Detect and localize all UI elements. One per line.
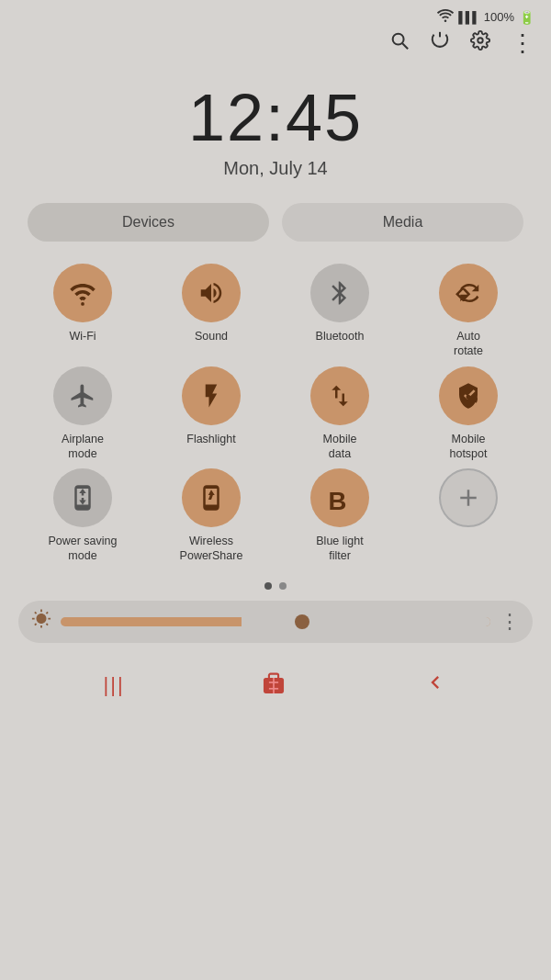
back-button[interactable] bbox=[422, 670, 448, 702]
clock-section: 12:45 Mon, July 14 bbox=[0, 65, 551, 186]
qs-bluelight-label: Blue light filter bbox=[316, 534, 363, 564]
brightness-unfilled bbox=[242, 617, 490, 626]
search-button[interactable] bbox=[389, 30, 410, 56]
qs-hotspot-label: Mobile hotspot bbox=[449, 432, 487, 462]
quick-settings-grid: Wi-Fi Sound Bluetooth Auto rotate Airpla… bbox=[0, 251, 551, 573]
svg-point-2 bbox=[478, 38, 483, 43]
qs-mobiledata-circle bbox=[310, 366, 369, 425]
wifi-status-icon bbox=[437, 9, 454, 25]
qs-flashlight-label: Flashlight bbox=[186, 432, 236, 446]
page-dots bbox=[0, 573, 551, 595]
qs-bluelight[interactable]: B Blue light filter bbox=[276, 468, 404, 564]
settings-button[interactable] bbox=[470, 30, 490, 56]
qs-hotspot-circle bbox=[439, 366, 498, 425]
qs-airplane-circle bbox=[53, 366, 112, 425]
battery-icon: 🔋 bbox=[519, 10, 534, 25]
qs-wirelesspwr[interactable]: Wireless PowerShare bbox=[147, 468, 276, 564]
home-icon bbox=[258, 676, 289, 704]
qs-add[interactable] bbox=[404, 468, 533, 564]
qs-sound-circle bbox=[182, 264, 241, 322]
more-button[interactable]: ⋮ bbox=[511, 31, 534, 55]
tabs-row: Devices Media bbox=[0, 186, 551, 251]
status-bar: ▌▌▌ 100% 🔋 bbox=[0, 0, 551, 28]
page-dot-1 bbox=[264, 582, 272, 590]
clock-time: 12:45 bbox=[0, 82, 551, 154]
tab-media[interactable]: Media bbox=[282, 203, 523, 242]
page-dot-2 bbox=[279, 582, 287, 590]
qs-autorotate-label: Auto rotate bbox=[454, 329, 483, 359]
brightness-track[interactable] bbox=[61, 617, 490, 626]
qs-flashlight[interactable]: Flashlight bbox=[147, 366, 276, 462]
top-icon-row: ⋮ bbox=[0, 28, 551, 65]
qs-mobiledata[interactable]: Mobile data bbox=[276, 366, 404, 462]
home-button[interactable] bbox=[258, 667, 289, 704]
power-button[interactable] bbox=[430, 30, 450, 56]
svg-point-0 bbox=[393, 34, 404, 45]
qs-wirelesspwr-circle bbox=[182, 468, 241, 527]
qs-sound-label: Sound bbox=[195, 329, 228, 344]
qs-add-circle bbox=[439, 468, 498, 527]
qs-autorotate-circle bbox=[439, 264, 498, 322]
signal-icon: ▌▌▌ bbox=[458, 11, 479, 24]
back-icon bbox=[422, 673, 448, 701]
status-icons: ▌▌▌ 100% 🔋 bbox=[437, 9, 534, 25]
qs-bluetooth-circle bbox=[310, 264, 369, 322]
qs-powersave-circle bbox=[53, 468, 112, 527]
brightness-row[interactable]: ⋮ bbox=[18, 601, 533, 643]
qs-powersave[interactable]: Power saving mode bbox=[18, 468, 147, 564]
qs-wirelesspwr-label: Wireless PowerShare bbox=[180, 534, 243, 564]
bottom-nav: ||| bbox=[0, 652, 551, 715]
recents-icon: ||| bbox=[103, 673, 124, 696]
qs-bluelight-circle: B bbox=[310, 468, 369, 527]
qs-bluetooth[interactable]: Bluetooth bbox=[276, 264, 404, 359]
qs-autorotate[interactable]: Auto rotate bbox=[404, 264, 533, 359]
svg-line-1 bbox=[402, 43, 408, 49]
clock-date: Mon, July 14 bbox=[0, 158, 551, 179]
qs-wifi[interactable]: Wi-Fi bbox=[18, 264, 147, 359]
recents-button[interactable]: ||| bbox=[103, 673, 124, 697]
qs-airplane[interactable]: Airplane mode bbox=[18, 366, 147, 462]
tab-devices[interactable]: Devices bbox=[28, 203, 269, 242]
qs-sound[interactable]: Sound bbox=[147, 264, 276, 359]
brightness-icon bbox=[31, 609, 51, 634]
qs-airplane-label: Airplane mode bbox=[62, 432, 104, 462]
qs-mobiledata-label: Mobile data bbox=[323, 432, 357, 462]
qs-hotspot[interactable]: Mobile hotspot bbox=[404, 366, 533, 462]
battery-text: 100% bbox=[484, 10, 514, 24]
qs-flashlight-circle bbox=[182, 366, 241, 425]
qs-powersave-label: Power saving mode bbox=[48, 534, 117, 564]
qs-bluetooth-label: Bluetooth bbox=[316, 329, 365, 344]
qs-wifi-circle bbox=[53, 264, 112, 322]
brightness-more-icon[interactable]: ⋮ bbox=[500, 610, 520, 634]
qs-wifi-label: Wi-Fi bbox=[69, 329, 96, 344]
svg-text:B: B bbox=[329, 487, 347, 513]
brightness-thumb bbox=[295, 614, 309, 629]
